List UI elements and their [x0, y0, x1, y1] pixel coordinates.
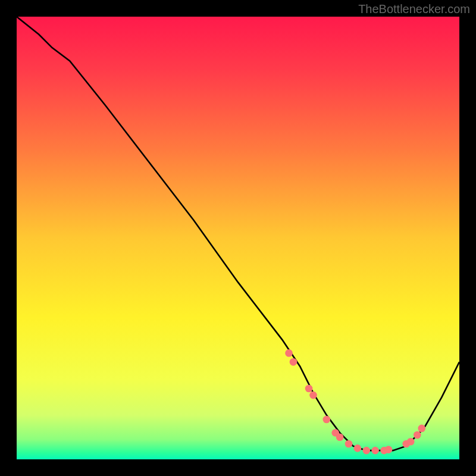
- chart-area: [17, 17, 459, 459]
- highlight-dots: [285, 349, 425, 454]
- highlight-dot: [418, 425, 425, 433]
- highlight-dot: [290, 358, 298, 366]
- highlight-dot: [362, 447, 370, 455]
- highlight-dot: [309, 392, 317, 399]
- highlight-dot: [414, 431, 421, 439]
- bottleneck-curve: [17, 17, 459, 450]
- highlight-dot: [285, 349, 293, 357]
- highlight-dot: [336, 433, 344, 441]
- highlight-dot: [371, 447, 379, 455]
- watermark-text: TheBottlenecker.com: [358, 2, 470, 16]
- highlight-dot: [345, 440, 353, 448]
- chart-curve-layer: [17, 17, 459, 459]
- highlight-dot: [354, 444, 362, 452]
- highlight-dot: [407, 438, 415, 446]
- highlight-dot: [305, 385, 313, 393]
- highlight-dot: [385, 446, 393, 453]
- highlight-dot: [322, 416, 330, 424]
